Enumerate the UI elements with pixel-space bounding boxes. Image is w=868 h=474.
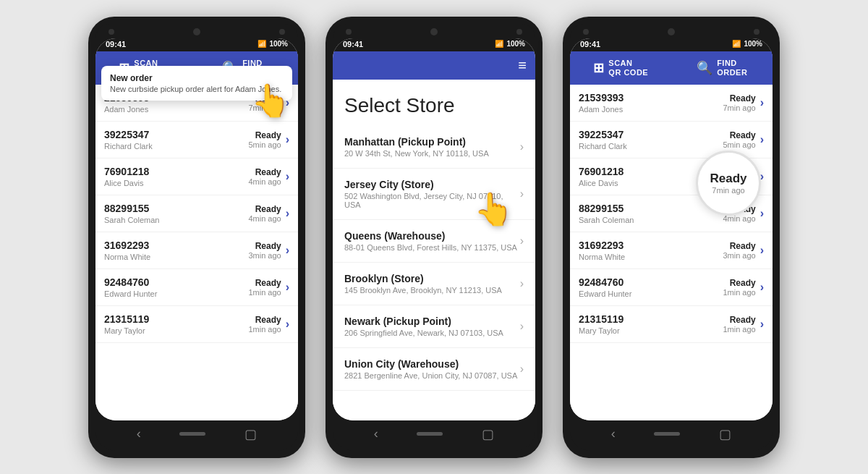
store-arrow-icon: › (520, 187, 524, 200)
order-item[interactable]: 31692293 Norma White Ready 3min ago › (95, 232, 298, 269)
find-order-button-3[interactable]: 🔍 FIND ORDER (671, 51, 773, 85)
store-item[interactable]: Union City (Warehouse) 2821 Bergenline A… (333, 348, 535, 391)
status-bar-3: 09:41 📶 100% (570, 38, 773, 51)
order-right: Ready 4min ago › (248, 167, 289, 186)
store-info: Queens (Warehouse) 88-01 Queens Blvd, Fo… (344, 230, 520, 252)
order-status-time-3: Ready 5min ago (723, 130, 755, 149)
order-arrow[interactable]: › (286, 207, 289, 220)
qr-icon-3: ⊞ (593, 60, 605, 76)
order-id-3: 21315119 (579, 313, 723, 325)
store-item[interactable]: Newark (Pickup Point) 206 Springfield Av… (333, 305, 535, 348)
battery-label-2: 100% (506, 40, 525, 48)
scan-qr-button-3[interactable]: ⊞ SCAN QR CODE (570, 51, 671, 85)
nav-home-2[interactable] (417, 432, 443, 436)
store-list: Manhattan (Pickup Point) 20 W 34th St, N… (333, 126, 535, 391)
order-id: 92484760 (104, 276, 248, 288)
phone-2: 09:41 📶 100% ≡ Select Store Manhattan (P… (326, 17, 542, 458)
order-arrow[interactable]: › (286, 318, 289, 331)
status-time-2: 09:41 (343, 40, 363, 48)
status-time-3: 09:41 (580, 40, 600, 48)
menu-icon-2[interactable]: ≡ (518, 57, 527, 74)
order-time-3: 3min ago (723, 251, 755, 260)
order-name: Norma White (104, 253, 248, 261)
store-name: Union City (Warehouse) (344, 358, 520, 370)
notif-body: New curbside pickup order alert for Adam… (110, 85, 284, 93)
store-item[interactable]: Brooklyn (Store) 145 Brooklyn Ave, Brook… (333, 263, 535, 305)
phone-screen-2: 09:41 📶 100% ≡ Select Store Manhattan (P… (333, 38, 535, 420)
order-arrow-3[interactable]: › (760, 281, 764, 294)
order-right: Ready 5min ago › (248, 130, 289, 149)
order-status: Ready (248, 278, 281, 288)
order-arrow-3[interactable]: › (760, 244, 764, 257)
order-time: 4min ago (248, 177, 281, 186)
nav-recents-2[interactable]: ▢ (482, 426, 494, 442)
order-item[interactable]: 92484760 Edward Hunter Ready 1min ago › (95, 269, 298, 306)
order-item[interactable]: 39225347 Richard Clark Ready 5min ago › (95, 122, 298, 158)
order-status-time: Ready 4min ago (248, 167, 281, 186)
phone-screen-3: 09:41 📶 100% ⊞ SCAN QR CODE 🔍 (570, 38, 773, 420)
order-id: 88299155 (104, 203, 248, 214)
status-right-3: 📶 100% (732, 40, 762, 48)
nav-home-3[interactable] (654, 432, 680, 436)
order-right: Ready 4min ago › (248, 204, 289, 223)
store-address: 20 W 34th St, New York, NY 10118, USA (344, 149, 520, 158)
nav-back-3[interactable]: ‹ (611, 426, 616, 441)
store-arrow-icon: › (520, 320, 524, 333)
nav-back-1[interactable]: ‹ (137, 426, 141, 441)
scene: 09:41 📶 100% ⊞ SCAN QR CODE 🔍 (88, 17, 780, 458)
order-status-time: Ready 1min ago (248, 278, 281, 297)
nav-back-2[interactable]: ‹ (374, 426, 378, 441)
order-time-3: 4min ago (723, 214, 755, 223)
order-time-3: 7min ago (723, 103, 755, 112)
order-item[interactable]: 76901218 Alice Davis Ready 4min ago › (95, 158, 298, 195)
store-name: Brooklyn (Store) (344, 273, 520, 284)
signal-icon-2: 📶 (495, 40, 503, 48)
order-arrow[interactable]: › (286, 244, 289, 257)
phone-screen-1: 09:41 📶 100% ⊞ SCAN QR CODE 🔍 (95, 38, 298, 420)
order-right-3: Ready 1min ago › (723, 278, 764, 297)
ready-badge: Ready 7min ago (696, 151, 761, 216)
order-id-3: 92484760 (579, 276, 723, 288)
order-id-3: 31692293 (579, 240, 723, 251)
store-info: Union City (Warehouse) 2821 Bergenline A… (344, 358, 520, 380)
order-status-time: Ready 4min ago (248, 204, 281, 223)
store-item[interactable]: Manhattan (Pickup Point) 20 W 34th St, N… (333, 126, 535, 169)
order-item[interactable]: 88299155 Sarah Coleman Ready 4min ago › (95, 195, 298, 232)
nav-recents-3[interactable]: ▢ (719, 426, 731, 442)
order-id: 31692293 (104, 240, 248, 251)
order-item-3[interactable]: 21315119 Mary Taylor Ready 1min ago › (570, 306, 773, 343)
order-list-1: 21539393 Adam Jones Ready 7min ago › 392… (95, 85, 298, 420)
dot-right (279, 29, 285, 35)
order-arrow[interactable]: › (286, 281, 289, 294)
notification-popup[interactable]: New order New curbside pickup order aler… (101, 66, 292, 101)
nav-recents-1[interactable]: ▢ (244, 426, 257, 442)
order-status-3: Ready (723, 278, 755, 288)
store-item[interactable]: Queens (Warehouse) 88-01 Queens Blvd, Fo… (333, 220, 535, 263)
order-left-3: 92484760 Edward Hunter (579, 276, 723, 298)
phone-3: 09:41 📶 100% ⊞ SCAN QR CODE 🔍 (563, 17, 780, 458)
order-item-3[interactable]: 31692293 Norma White Ready 3min ago › (570, 232, 773, 269)
order-status: Ready (248, 167, 281, 177)
order-time: 1min ago (248, 288, 281, 297)
order-arrow[interactable]: › (286, 170, 289, 183)
order-id: 76901218 (104, 166, 248, 177)
store-item[interactable]: Jersey City (Store) 502 Washington Blvd,… (333, 169, 535, 220)
order-status-3: Ready (723, 93, 755, 103)
status-bar-2: 09:41 📶 100% (333, 38, 535, 51)
order-status-time-3: Ready 7min ago (723, 93, 755, 112)
order-item[interactable]: 21315119 Mary Taylor Ready 1min ago › (95, 306, 298, 343)
phone-top-bar-1 (95, 24, 298, 38)
nav-home-1[interactable] (179, 432, 205, 436)
store-address: 145 Brooklyn Ave, Brooklyn, NY 11213, US… (344, 286, 520, 295)
order-arrow-3[interactable]: › (760, 318, 764, 331)
order-arrow[interactable]: › (286, 133, 289, 146)
order-arrow-3[interactable]: › (760, 96, 764, 109)
order-status-time: Ready 3min ago (248, 241, 281, 260)
dot-left (109, 29, 114, 35)
order-arrow-3[interactable]: › (760, 133, 764, 146)
order-item-3[interactable]: 21539393 Adam Jones Ready 7min ago › (570, 85, 773, 122)
order-right-3: Ready 7min ago › (723, 93, 764, 112)
order-item-3[interactable]: 92484760 Edward Hunter Ready 1min ago › (570, 269, 773, 306)
order-left: 76901218 Alice Davis (104, 166, 248, 187)
order-arrow-3[interactable]: › (760, 207, 764, 220)
